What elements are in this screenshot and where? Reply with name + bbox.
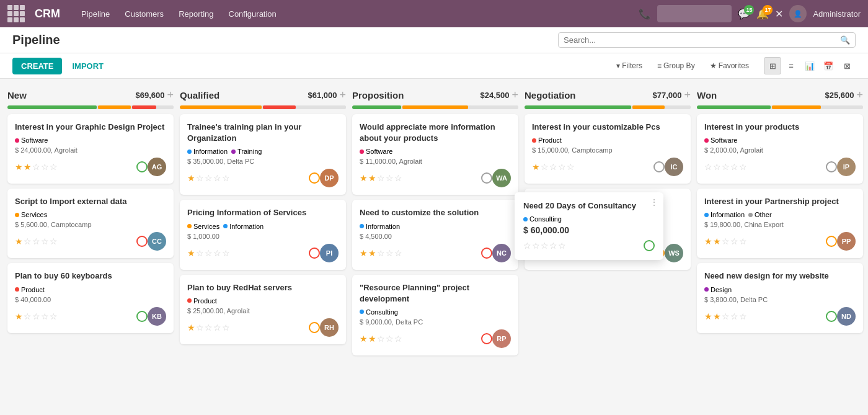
star-3[interactable]: ☆ — [213, 173, 221, 183]
star-4[interactable]: ☆ — [567, 162, 575, 172]
star-4[interactable]: ☆ — [394, 334, 402, 344]
star-1[interactable]: ☆ — [713, 162, 721, 172]
kanban-card[interactable]: Need new design for my website Design $ … — [697, 263, 863, 332]
col-add-proposition[interactable]: + — [512, 89, 518, 102]
star-0[interactable]: ★ — [187, 173, 195, 183]
star-4[interactable]: ☆ — [50, 311, 58, 321]
filters-button[interactable]: ▾ Filters — [611, 59, 647, 73]
star-2[interactable]: ☆ — [32, 162, 40, 172]
star-1[interactable]: ☆ — [541, 162, 549, 172]
star-1[interactable]: ★ — [713, 311, 721, 321]
star-3[interactable]: ☆ — [213, 248, 221, 258]
star-3[interactable]: ☆ — [386, 334, 394, 344]
kebab-menu[interactable]: ⋮ — [650, 197, 658, 207]
star-3[interactable]: ☆ — [558, 162, 566, 172]
star-3[interactable]: ☆ — [41, 236, 49, 246]
col-add-won[interactable]: + — [856, 89, 863, 102]
star-0[interactable]: ★ — [187, 323, 195, 332]
star-0[interactable]: ★ — [360, 248, 368, 258]
star-1[interactable]: ★ — [368, 248, 376, 258]
search-bar[interactable]: 🔍 — [558, 32, 856, 48]
close-icon[interactable]: ✕ — [775, 8, 783, 20]
kanban-card[interactable]: Pricing Information of Services Services… — [180, 200, 346, 269]
app-brand[interactable]: CRM — [35, 7, 60, 20]
star-2[interactable]: ☆ — [32, 236, 40, 246]
create-button[interactable]: CREATE — [12, 58, 62, 74]
star-1[interactable]: ☆ — [196, 248, 204, 258]
star-0[interactable]: ☆ — [704, 162, 712, 172]
star-3[interactable]: ☆ — [213, 323, 221, 332]
star-1[interactable]: ☆ — [196, 173, 204, 183]
star-4[interactable]: ☆ — [739, 236, 747, 246]
star-0[interactable]: ★ — [360, 334, 368, 344]
col-add-qualified[interactable]: + — [339, 89, 346, 102]
star-2[interactable]: ☆ — [205, 173, 213, 183]
star-1[interactable]: ★ — [24, 162, 32, 172]
kanban-card[interactable]: Trainee's training plan in your Organiza… — [180, 114, 346, 195]
star-0[interactable]: ★ — [532, 162, 540, 172]
star-3[interactable]: ☆ — [41, 311, 49, 321]
star-3[interactable]: ☆ — [41, 162, 49, 172]
nav-pipeline[interactable]: Pipeline — [75, 6, 116, 22]
kanban-card[interactable]: Plan to buy 60 keyboards Product $ 40,00… — [7, 263, 174, 332]
star-2[interactable]: ☆ — [722, 162, 730, 172]
star-2[interactable]: ☆ — [377, 334, 385, 344]
star-1[interactable]: ☆ — [24, 311, 32, 321]
kanban-card[interactable]: Script to Import external data Services … — [7, 189, 174, 258]
kanban-view-icon[interactable]: ⊞ — [764, 57, 781, 74]
star-4[interactable]: ☆ — [222, 173, 230, 183]
search-icon[interactable]: 🔍 — [840, 35, 850, 45]
star-1[interactable]: ★ — [713, 236, 721, 246]
groupby-button[interactable]: ≡ Group By — [652, 59, 700, 73]
star-4[interactable]: ☆ — [394, 248, 402, 258]
col-add-negotiation[interactable]: + — [684, 89, 691, 102]
chart-view-icon[interactable]: 📊 — [801, 57, 818, 74]
consultancy-popup[interactable]: ⋮ Need 20 Days of Consultancy Consulting… — [515, 192, 663, 260]
kanban-card[interactable]: "Resource Planning" project development … — [352, 275, 518, 355]
star-2[interactable]: ☆ — [32, 311, 40, 321]
star-2[interactable]: ☆ — [377, 173, 385, 183]
star-2[interactable]: ☆ — [722, 236, 730, 246]
star-3[interactable]: ☆ — [386, 173, 394, 183]
user-name[interactable]: Administrator — [813, 9, 861, 19]
star-0[interactable]: ★ — [187, 248, 195, 258]
star-2[interactable]: ☆ — [549, 162, 557, 172]
star-1[interactable]: ☆ — [24, 236, 32, 246]
kanban-card[interactable]: Plan to buy RedHat servers Product $ 25,… — [180, 275, 346, 344]
star-4[interactable]: ☆ — [222, 248, 230, 258]
star-0[interactable]: ★ — [15, 162, 23, 172]
star-4[interactable]: ☆ — [50, 162, 58, 172]
star-3[interactable]: ☆ — [730, 311, 738, 321]
star-2[interactable]: ☆ — [205, 323, 213, 332]
kanban-card[interactable]: Interest in your Partnership project Inf… — [697, 189, 863, 258]
kanban-card[interactable]: Interest in your Graphic Design Project … — [7, 114, 174, 184]
star-4[interactable]: ☆ — [222, 323, 230, 332]
kanban-card[interactable]: Interest in your products Software $ 2,0… — [697, 114, 863, 184]
col-add-new[interactable]: + — [167, 89, 174, 102]
star-3[interactable]: ☆ — [386, 248, 394, 258]
nav-reporting[interactable]: Reporting — [172, 6, 219, 22]
star-3[interactable]: ☆ — [730, 162, 738, 172]
kanban-card[interactable]: Would appreciate more information about … — [352, 114, 518, 195]
star-0[interactable]: ★ — [360, 173, 368, 183]
user-avatar[interactable]: 👤 — [789, 5, 807, 22]
search-input[interactable] — [564, 35, 840, 45]
star-4[interactable]: ☆ — [50, 236, 58, 246]
kanban-card[interactable]: Need to customize the solution Informati… — [352, 200, 518, 269]
calendar-view-icon[interactable]: 📅 — [820, 57, 837, 74]
list-view-icon[interactable]: ≡ — [782, 57, 800, 74]
star-4[interactable]: ☆ — [739, 311, 747, 321]
star-4[interactable]: ☆ — [739, 162, 747, 172]
star-2[interactable]: ☆ — [377, 248, 385, 258]
grid-view-icon[interactable]: ⊠ — [838, 57, 856, 74]
star-2[interactable]: ☆ — [205, 248, 213, 258]
bell-icon[interactable]: 🔔17 — [756, 8, 769, 20]
app-grid-menu[interactable] — [7, 5, 25, 22]
star-0[interactable]: ★ — [15, 236, 23, 246]
star-1[interactable]: ☆ — [196, 323, 204, 332]
import-button[interactable]: IMPORT — [67, 58, 108, 74]
chat-icon[interactable]: 💬15 — [738, 8, 750, 20]
kanban-card[interactable]: Interest in your customizable Pcs Produc… — [525, 114, 691, 184]
star-2[interactable]: ☆ — [722, 311, 730, 321]
star-0[interactable]: ★ — [704, 311, 712, 321]
